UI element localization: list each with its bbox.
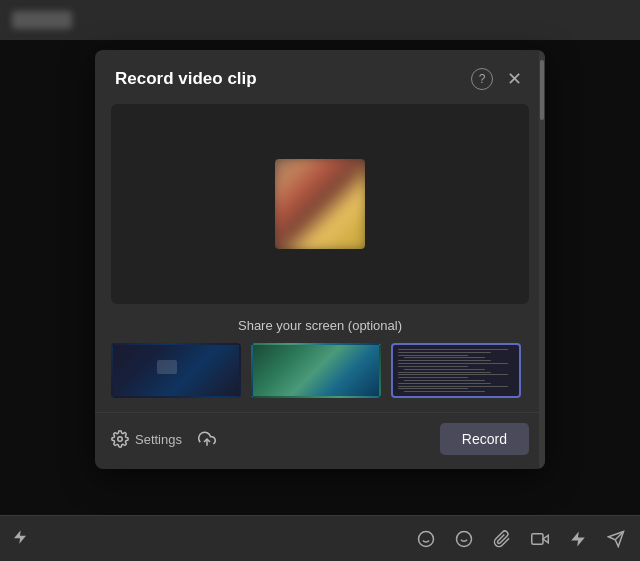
bottom-toolbar [0, 515, 640, 561]
record-video-modal: Record video clip ? ✕ Share your screen … [95, 50, 545, 469]
code-line [398, 366, 468, 367]
attach-button[interactable] [490, 527, 514, 551]
video-preview-area [111, 104, 529, 304]
screen-thumb-desktop[interactable] [111, 343, 241, 398]
screen-thumbnails-container [95, 343, 545, 412]
code-line [398, 388, 468, 389]
lightning-button[interactable] [566, 527, 590, 551]
camera-feed [275, 159, 365, 249]
top-bar [0, 0, 640, 40]
screen-thumb-photo[interactable] [251, 343, 381, 398]
footer-left-actions: Settings [111, 430, 216, 448]
video-button[interactable] [528, 527, 552, 551]
code-line [398, 363, 508, 364]
modal-overlay: Record video clip ? ✕ Share your screen … [0, 40, 640, 515]
modal-header-actions: ? ✕ [471, 68, 525, 90]
code-line [398, 374, 508, 375]
screen-thumb-code[interactable] [391, 343, 521, 398]
svg-rect-10 [532, 533, 543, 544]
code-line [404, 391, 485, 392]
code-line [398, 383, 491, 384]
upload-button[interactable] [198, 430, 216, 448]
upload-icon [198, 430, 216, 448]
paperclip-icon [493, 530, 511, 548]
svg-point-0 [118, 437, 123, 442]
help-icon-button[interactable]: ? [471, 68, 493, 90]
svg-point-6 [457, 531, 472, 546]
camera-thumbnail [275, 159, 365, 249]
video-icon [531, 530, 549, 548]
modal-title: Record video clip [115, 69, 257, 89]
screen-share-label: Share your screen (optional) [95, 318, 545, 333]
scrollbar-thumb[interactable] [540, 60, 544, 120]
toolbar-bolt-icon[interactable] [12, 529, 28, 549]
app-background: Record video clip ? ✕ Share your screen … [0, 0, 640, 561]
code-line [398, 349, 508, 350]
svg-marker-2 [14, 530, 26, 543]
code-line [398, 386, 508, 387]
svg-marker-11 [571, 531, 585, 546]
emoji-button[interactable] [414, 527, 438, 551]
emoji2-icon [455, 530, 473, 548]
record-button[interactable]: Record [440, 423, 529, 455]
code-line [398, 352, 491, 353]
send-button[interactable] [604, 527, 628, 551]
modal-header: Record video clip ? ✕ [95, 50, 545, 104]
code-line [398, 355, 468, 356]
code-line [398, 372, 491, 373]
app-logo [12, 11, 72, 29]
modal-footer: Settings Record [95, 412, 545, 469]
bolt-icon [12, 529, 28, 545]
svg-point-3 [419, 531, 434, 546]
emoji-icon [417, 530, 435, 548]
send-icon [607, 530, 625, 548]
settings-label: Settings [135, 432, 182, 447]
code-line [404, 369, 485, 370]
code-line [404, 357, 485, 358]
svg-marker-9 [543, 535, 548, 543]
settings-icon [111, 430, 129, 448]
close-button[interactable]: ✕ [503, 68, 525, 90]
code-line [398, 360, 491, 361]
emoji2-button[interactable] [452, 527, 476, 551]
settings-button[interactable]: Settings [111, 430, 182, 448]
code-line [404, 380, 485, 381]
lightning-icon [569, 530, 587, 548]
code-line [398, 377, 468, 378]
